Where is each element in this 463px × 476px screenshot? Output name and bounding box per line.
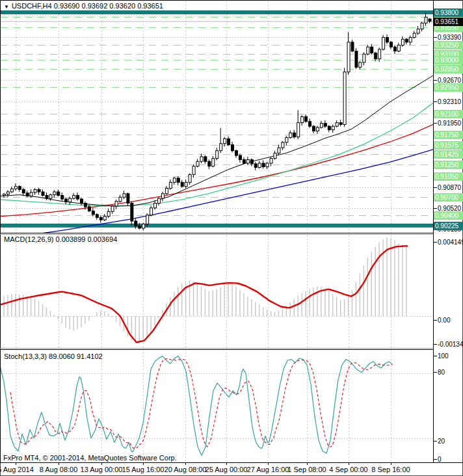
stoch-name: Stoch(13,3,3) — [4, 352, 47, 360]
price-label-0.90700: 0.90700 — [434, 193, 463, 202]
indicator-scale-label-20: 20 — [438, 437, 445, 445]
indicator-scale-label-80: 80 — [438, 368, 445, 377]
time-label: 25 Aug 00:00 — [205, 466, 248, 473]
time-label: 4 Sep 00:00 — [329, 466, 367, 473]
price-label-0.92310: 0.92310 — [438, 98, 461, 106]
time-label: 20 Aug 08:00 — [165, 466, 207, 473]
price-label-0.90225: 0.90225 — [434, 222, 463, 230]
price-label-0.93800: 0.93800 — [434, 8, 463, 17]
indicator-scale-label-100: 100 — [438, 352, 449, 360]
price-label-0.93651: 0.93651 — [434, 18, 463, 26]
stoch-indicator-label: Stoch(13,3,3) 89.0060 91.4102 — [4, 352, 103, 360]
time-label: 27 Aug 16:00 — [247, 466, 289, 473]
price-label-0.92100: 0.92100 — [434, 110, 463, 118]
price-label-0.91575: 0.91575 — [434, 141, 463, 150]
price-label-0.91050: 0.91050 — [434, 172, 463, 181]
time-label: 13 Aug 00:00 — [81, 466, 123, 473]
price-label-0.91250: 0.91250 — [434, 161, 463, 169]
price-label-0.91425: 0.91425 — [434, 150, 463, 159]
price-label-0.93000: 0.93000 — [434, 56, 463, 64]
time-label: 8 Aug 08:00 — [40, 466, 78, 473]
indicator-scale-label-0.00: 0.00 — [438, 316, 450, 324]
time-label: 5 Aug 2014 — [0, 466, 34, 473]
macd-values: 0.003899 0.003694 — [55, 235, 117, 243]
price-label-0.93250: 0.93250 — [434, 41, 463, 49]
price-label-0.91950: 0.91950 — [438, 119, 461, 127]
grid-lines — [1, 1, 433, 462]
symbol-period-label: USDCHF,H4 — [12, 2, 52, 10]
indicator-scale-label-0: 0 — [438, 455, 442, 464]
macd-panel-series[interactable] — [0, 237, 408, 343]
time-label: 15 Aug 16:00 — [122, 466, 165, 473]
chart-expand-arrow-icon[interactable]: ▼ — [4, 4, 9, 10]
price-label-0.90870: 0.90870 — [438, 183, 461, 192]
time-label: 1 Sep 08:00 — [287, 466, 326, 473]
price-label-0.90400: 0.90400 — [434, 211, 463, 220]
price-label-0.92850: 0.92850 — [434, 65, 463, 73]
ohlc-values: 0.93690 0.93692 0.93620 0.93651 — [54, 2, 163, 10]
platform-copyright: FxPro MT4, © 2001-2014, MetaQuotes Softw… — [3, 454, 177, 462]
stoch-values: 89.0060 91.4102 — [49, 352, 103, 360]
macd-indicator-label: MACD(12,26,9) 0.003899 0.003694 — [4, 235, 117, 243]
macd-name: MACD(12,26,9) — [4, 235, 53, 243]
support-resistance-level-lines — [1, 10, 433, 228]
mt4-chart-window: ▼USDCHF,H4 0.93690 0.93692 0.93620 0.936… — [0, 0, 463, 476]
indicator-scale-label-0.004149: 0.004149 — [438, 238, 463, 246]
chart-title: ▼USDCHF,H4 0.93690 0.93692 0.93620 0.936… — [4, 2, 163, 10]
time-label: 8 Sep 16:00 — [371, 466, 410, 473]
indicator-scale-label--0.001345: -0.001345 — [438, 340, 463, 349]
price-label-0.91750: 0.91750 — [434, 131, 463, 139]
price-label-0.92550: 0.92550 — [434, 83, 463, 92]
